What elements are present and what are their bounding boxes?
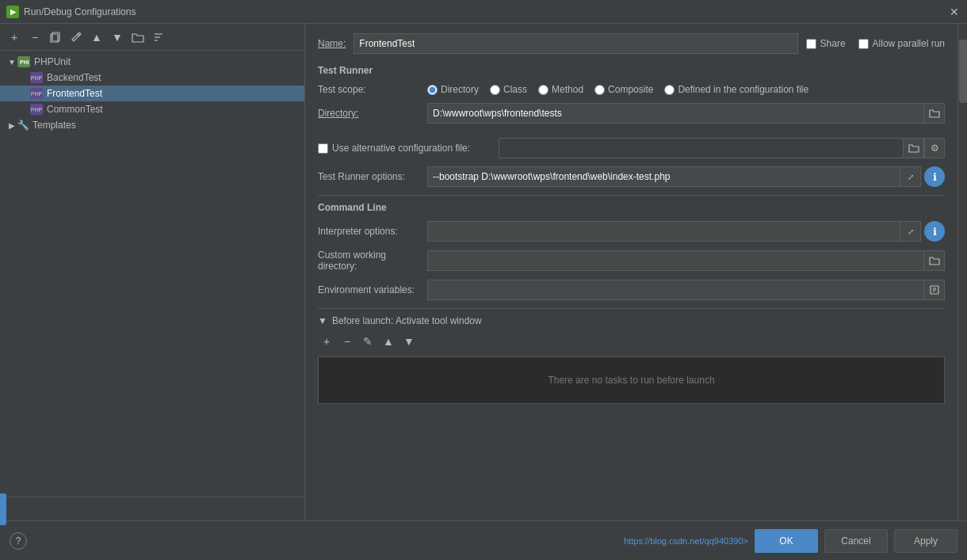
templates-arrow[interactable]: ▶	[6, 120, 17, 131]
before-launch-toolbar: + − ✎ ▲ ▼	[318, 333, 945, 350]
close-button[interactable]: ✕	[948, 6, 961, 18]
share-checkbox-label[interactable]: Share	[806, 38, 846, 49]
alt-config-settings-button[interactable]: ⚙	[924, 138, 945, 158]
alt-config-browse-button[interactable]	[904, 138, 924, 158]
scope-method-label[interactable]: Method	[538, 84, 583, 95]
configuration-tree: ▼ PHP PHPUnit ▶ PHP	[0, 51, 304, 497]
directory-label: Directory:	[318, 108, 421, 119]
scope-radio-group: Directory Class Method	[427, 84, 808, 95]
left-toolbar: + − ▲ ▼	[0, 24, 304, 51]
runner-options-input-group: ⤢ ℹ	[427, 166, 945, 187]
edit-config-button[interactable]	[67, 28, 86, 47]
working-dir-input[interactable]	[427, 250, 924, 271]
tree-item-commontest[interactable]: ▶ PHP CommonTest	[0, 101, 304, 117]
before-launch-content: There are no tasks to run before launch	[318, 356, 945, 404]
before-launch-edit-button[interactable]: ✎	[359, 333, 376, 350]
use-alt-checkbox-label[interactable]: Use alternative configuration file:	[318, 143, 492, 154]
left-bottom-bar	[0, 497, 304, 520]
scope-directory-label[interactable]: Directory	[427, 84, 479, 95]
working-dir-row: Custom working directory:	[318, 250, 945, 272]
spacer	[318, 131, 945, 138]
before-launch-header[interactable]: ▼ Before launch: Activate tool window	[318, 315, 945, 326]
apply-button[interactable]: Apply	[894, 529, 957, 553]
tree-item-templates[interactable]: ▶ 🔧 Templates	[0, 117, 304, 133]
share-checkbox[interactable]	[806, 39, 816, 49]
svg-text:PHP: PHP	[20, 59, 29, 65]
runner-options-label: Test Runner options:	[318, 171, 421, 182]
before-launch-arrow: ▼	[318, 315, 327, 326]
parallel-checkbox[interactable]	[858, 39, 869, 49]
directory-browse-button[interactable]	[924, 103, 945, 124]
scope-method-text: Method	[552, 84, 583, 95]
env-vars-edit-button[interactable]	[924, 280, 945, 300]
frontendtest-icon: PHP	[30, 88, 43, 99]
remove-config-button[interactable]: −	[25, 28, 44, 47]
before-launch-up-button[interactable]: ▲	[380, 333, 397, 350]
scope-label: Test scope:	[318, 84, 421, 95]
tree-item-frontendtest[interactable]: ▶ PHP FrontendTest	[0, 86, 304, 101]
scope-composite-radio[interactable]	[594, 85, 605, 95]
test-runner-header: Test Runner	[318, 65, 945, 76]
interpreter-options-row: Interpreter options: ⤢ ℹ	[318, 221, 945, 242]
wrench-icon: 🔧	[17, 120, 29, 131]
add-config-button[interactable]: +	[5, 28, 24, 47]
runner-options-input[interactable]	[427, 166, 900, 187]
share-options: Share Allow parallel run	[806, 38, 945, 49]
status-url: https://blog.csdn.net/qq940390>	[624, 536, 748, 546]
scope-class-radio[interactable]	[490, 85, 500, 95]
scope-directory-radio[interactable]	[427, 85, 438, 95]
scope-defined-radio[interactable]	[664, 85, 675, 95]
runner-options-info-button[interactable]: ℹ	[924, 166, 945, 187]
parallel-checkbox-label[interactable]: Allow parallel run	[858, 38, 945, 49]
interpreter-info-button[interactable]: ℹ	[924, 221, 945, 242]
right-scrollbar[interactable]	[957, 24, 967, 520]
alt-config-input-group: ⚙	[499, 138, 945, 158]
phpunit-expand-arrow[interactable]: ▼	[6, 56, 17, 67]
right-panel: Name: Share Allow parallel run	[305, 24, 957, 520]
use-alt-checkbox[interactable]	[318, 143, 328, 154]
move-down-button[interactable]: ▼	[108, 28, 127, 47]
parallel-label: Allow parallel run	[873, 38, 945, 49]
interpreter-expand-button[interactable]: ⤢	[900, 221, 921, 242]
tree-item-phpunit[interactable]: ▼ PHP PHPUnit	[0, 54, 304, 70]
alt-config-input[interactable]	[499, 138, 904, 158]
env-vars-input[interactable]	[427, 280, 924, 300]
command-line-header: Command Line	[318, 202, 945, 213]
help-button[interactable]: ?	[10, 532, 27, 550]
before-launch-label: Before launch: Activate tool window	[332, 315, 482, 326]
scope-composite-text: Composite	[608, 84, 653, 95]
side-marker	[0, 493, 6, 521]
name-row: Name: Share Allow parallel run	[318, 33, 945, 54]
working-dir-input-group	[427, 250, 945, 271]
commontest-label: CommonTest	[47, 104, 103, 115]
move-up-button[interactable]: ▲	[87, 28, 106, 47]
directory-row: Directory:	[318, 103, 945, 124]
scope-class-label[interactable]: Class	[490, 84, 527, 95]
phpunit-icon: PHP	[17, 56, 30, 67]
runner-options-expand-button[interactable]: ⤢	[900, 166, 921, 187]
scope-method-radio[interactable]	[538, 85, 548, 95]
working-dir-label: Custom working directory:	[318, 250, 421, 272]
folder-button[interactable]	[128, 28, 147, 47]
scope-defined-label[interactable]: Defined in the configuration file	[664, 84, 808, 95]
tree-item-backendtest[interactable]: ▶ PHP BackendTest	[0, 70, 304, 86]
before-launch-section: ▼ Before launch: Activate tool window + …	[318, 315, 945, 404]
command-line-section: Command Line Interpreter options: ⤢ ℹ	[318, 202, 945, 300]
before-launch-down-button[interactable]: ▼	[400, 333, 418, 350]
working-dir-browse-button[interactable]	[924, 250, 945, 271]
ok-button[interactable]: OK	[755, 529, 818, 553]
sort-button[interactable]	[149, 28, 168, 47]
cancel-button[interactable]: Cancel	[824, 529, 888, 553]
scrollbar-thumb[interactable]	[959, 40, 967, 103]
scope-composite-label[interactable]: Composite	[594, 84, 653, 95]
directory-input[interactable]	[427, 103, 924, 124]
templates-label: Templates	[32, 120, 76, 131]
env-vars-label: Environment variables:	[318, 284, 421, 295]
name-input[interactable]	[354, 33, 797, 54]
before-launch-remove-button[interactable]: −	[338, 333, 356, 350]
scope-defined-text: Defined in the configuration file	[678, 84, 808, 95]
directory-input-group	[427, 103, 945, 124]
before-launch-add-button[interactable]: +	[318, 333, 335, 350]
copy-config-button[interactable]	[46, 28, 65, 47]
interpreter-input[interactable]	[427, 221, 900, 242]
